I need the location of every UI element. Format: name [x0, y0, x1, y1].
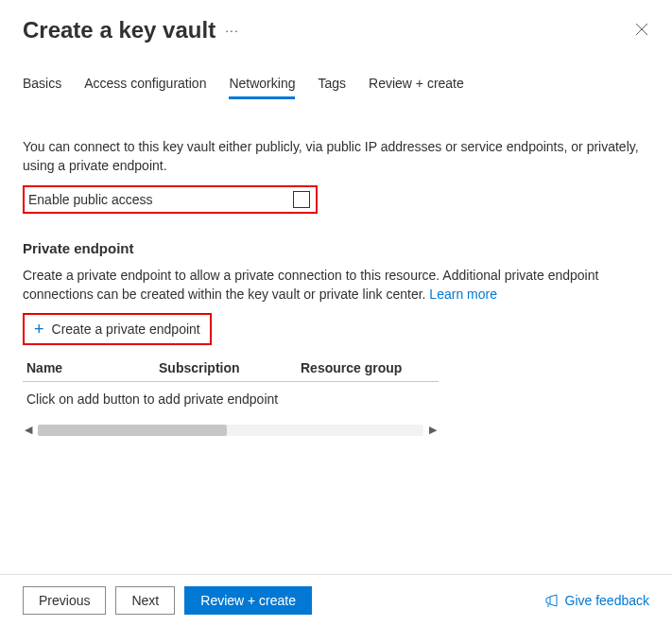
page-title: Create a key vault: [23, 17, 215, 43]
horizontal-scrollbar[interactable]: ◀ ▶: [23, 424, 439, 436]
close-icon[interactable]: [634, 22, 649, 40]
column-header-name: Name: [26, 360, 159, 375]
plus-icon: +: [34, 321, 44, 338]
enable-public-access-checkbox[interactable]: [293, 191, 310, 208]
tab-review-create[interactable]: Review + create: [369, 76, 464, 99]
column-header-subscription: Subscription: [159, 360, 301, 375]
private-endpoint-description: Create a private endpoint to allow a pri…: [23, 266, 649, 304]
megaphone-icon: [544, 593, 560, 608]
more-actions-icon[interactable]: ···: [225, 23, 239, 38]
enable-public-access-row: Enable public access: [23, 185, 318, 214]
tab-networking[interactable]: Networking: [229, 76, 295, 99]
review-create-button[interactable]: Review + create: [184, 586, 312, 615]
give-feedback-label: Give feedback: [565, 593, 650, 608]
give-feedback-link[interactable]: Give feedback: [544, 593, 650, 608]
scrollbar-track[interactable]: [38, 425, 423, 436]
tab-access-configuration[interactable]: Access configuration: [84, 76, 206, 99]
create-private-endpoint-button[interactable]: + Create a private endpoint: [23, 313, 212, 345]
scroll-left-icon[interactable]: ◀: [23, 424, 34, 436]
table-empty-text: Click on add button to add private endpo…: [26, 391, 435, 407]
column-header-resource-group: Resource group: [301, 360, 433, 375]
create-private-endpoint-label: Create a private endpoint: [52, 322, 200, 337]
tab-bar: Basics Access configuration Networking T…: [23, 76, 649, 99]
next-button[interactable]: Next: [115, 586, 175, 615]
previous-button[interactable]: Previous: [23, 586, 106, 615]
enable-public-access-label: Enable public access: [28, 192, 153, 207]
scroll-right-icon[interactable]: ▶: [427, 424, 439, 436]
footer: Previous Next Review + create Give feedb…: [0, 574, 672, 626]
private-endpoint-heading: Private endpoint: [23, 240, 649, 256]
tab-tags[interactable]: Tags: [318, 76, 346, 99]
tab-basics[interactable]: Basics: [23, 76, 61, 99]
private-endpoint-table: Name Subscription Resource group Click o…: [23, 355, 439, 416]
learn-more-link[interactable]: Learn more: [429, 287, 497, 302]
scrollbar-thumb[interactable]: [38, 425, 227, 436]
networking-description: You can connect to this key vault either…: [23, 137, 649, 176]
